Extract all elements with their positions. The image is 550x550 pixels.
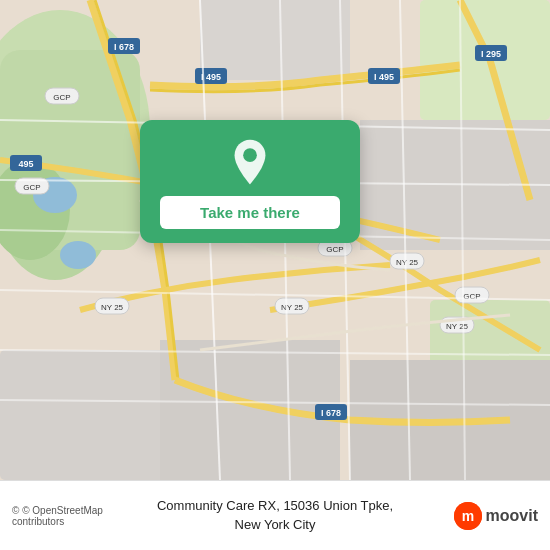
osm-credit: © © OpenStreetMap contributors	[12, 505, 144, 527]
svg-text:495: 495	[18, 159, 33, 169]
moovit-logo: m moovit	[407, 502, 539, 530]
location-pin-icon	[226, 138, 274, 186]
address-text: Community Care RX, 15036 Union Tpke, New…	[144, 497, 407, 533]
moovit-label: moovit	[486, 507, 538, 525]
bottom-bar: © © OpenStreetMap contributors Community…	[0, 480, 550, 550]
svg-text:NY 25: NY 25	[446, 322, 469, 331]
svg-rect-10	[160, 340, 340, 480]
svg-text:GCP: GCP	[23, 183, 40, 192]
svg-text:m: m	[461, 508, 473, 524]
map-container: I 495 I 295 I 678 I 678 I 495 495 NY 25 …	[0, 0, 550, 480]
moovit-icon: m	[454, 502, 482, 530]
take-me-there-button[interactable]: Take me there	[160, 196, 340, 229]
svg-text:NY 25: NY 25	[101, 303, 124, 312]
svg-text:GCP: GCP	[53, 93, 70, 102]
svg-text:I 495: I 495	[374, 72, 394, 82]
location-card: Take me there	[140, 120, 360, 243]
svg-text:NY 25: NY 25	[396, 258, 419, 267]
svg-text:I 678: I 678	[114, 42, 134, 52]
svg-text:I 295: I 295	[481, 49, 501, 59]
copyright-symbol: ©	[12, 505, 19, 516]
svg-text:NY 25: NY 25	[281, 303, 304, 312]
osm-credit-text: © OpenStreetMap contributors	[12, 505, 103, 527]
svg-point-53	[243, 148, 257, 162]
svg-text:GCP: GCP	[326, 245, 343, 254]
svg-text:I 678: I 678	[321, 408, 341, 418]
svg-point-6	[60, 241, 96, 269]
